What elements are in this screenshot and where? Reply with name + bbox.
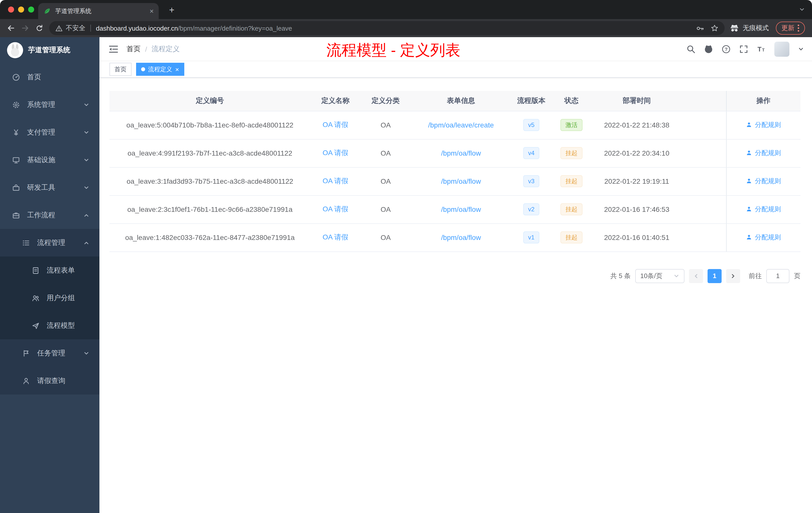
incognito-icon [730,23,739,33]
assign-rule-link[interactable]: 分配规则 [746,120,781,129]
sidebar: 芋道管理系统 首页系统管理支付管理基础设施研发工具工作流程流程管理流程表单用户分… [0,37,99,513]
tag-home[interactable]: 首页 [110,63,132,76]
status-tag: 挂起 [560,147,582,159]
sidebar-item-dev-tools[interactable]: 研发工具 [0,174,99,201]
tag-label: 流程定义 [148,65,172,73]
page-1-button[interactable]: 1 [707,269,722,283]
tab-strip: 芋道管理系统 × + [0,0,812,19]
col-deploy-time: 部署时间 [591,91,682,111]
update-button[interactable]: 更新 [776,22,805,35]
goto-page-input[interactable] [766,269,789,283]
github-icon[interactable] [704,44,713,54]
search-icon[interactable] [687,44,696,54]
form-link[interactable]: /bpm/oa/flow [441,149,481,157]
close-window-button[interactable] [8,6,14,12]
toolbox-icon [12,183,20,191]
avatar-caret-icon[interactable] [798,46,804,52]
new-tab-button[interactable]: + [166,4,178,16]
cell-definition-id: oa_leave:2:3c1f0ef1-76b1-11ec-9c66-a2380… [110,195,310,223]
definition-row: oa_leave:1:482ec033-762a-11ec-8477-a2380… [110,223,801,251]
sidebar-item-label: 请假查询 [37,376,65,385]
sidebar-item-process-form[interactable]: 流程表单 [0,256,99,284]
page-size-select[interactable]: 10条/页 [635,269,685,283]
sidebar-item-infrastructure[interactable]: 基础设施 [0,146,99,174]
definition-name-link[interactable]: OA 请假 [323,149,348,157]
incognito-badge[interactable]: 无痕模式 [730,23,769,33]
sidebar-item-system-mgmt[interactable]: 系统管理 [0,91,99,118]
back-icon[interactable] [4,21,18,35]
definition-name-link[interactable]: OA 请假 [323,120,348,128]
sidebar-item-home[interactable]: 首页 [0,63,99,91]
cell-deploy-time: 2022-01-22 19:19:11 [591,167,682,195]
prev-page-button[interactable] [689,269,703,283]
tab-search-icon[interactable] [799,6,805,12]
assign-rule-link[interactable]: 分配规则 [746,233,781,242]
sidebar-item-user-group[interactable]: 用户分组 [0,284,99,312]
password-key-icon[interactable] [696,24,704,32]
form-link[interactable]: /bpm/oa/flow [441,233,481,241]
next-page-button[interactable] [726,269,740,283]
hamburger-icon[interactable] [109,44,118,54]
active-tag-dot [141,67,145,71]
form-link[interactable]: /bpm/oa/leave/create [428,121,494,129]
sidebar-item-leave-query[interactable]: 请假查询 [0,367,99,395]
form-link[interactable]: /bpm/oa/flow [441,177,481,185]
incognito-label: 无痕模式 [743,24,769,33]
bookmark-star-icon[interactable] [710,24,719,32]
user-avatar[interactable] [774,41,789,57]
minimize-window-button[interactable] [18,6,24,12]
form-link[interactable]: /bpm/oa/flow [441,205,481,213]
breadcrumb-home[interactable]: 首页 [126,44,141,54]
page-unit-label: 页 [794,271,801,280]
assign-rule-label: 分配规则 [755,149,781,158]
sidebar-item-label: 用户分组 [47,293,75,302]
assign-rule-link[interactable]: 分配规则 [746,177,781,186]
sidebar-item-workflow[interactable]: 工作流程 [0,201,99,229]
monitor-icon [12,156,20,164]
cell-filler [682,111,726,139]
pagination: 共 5 条 10条/页 1 前往 [110,269,801,283]
definition-row: oa_leave:3:1fad3d93-7b75-11ec-a3c8-acde4… [110,167,801,195]
status-tag: 挂起 [560,175,582,187]
browser-tab[interactable]: 芋道管理系统 × [38,3,159,19]
svg-text:T: T [762,48,765,52]
cell-filler [682,167,726,195]
sidebar-item-label: 任务管理 [37,349,65,358]
tag-close-icon[interactable]: × [175,66,179,72]
definition-row: oa_leave:4:991f2193-7b7f-11ec-a3c8-acde4… [110,139,801,167]
sidebar-item-task-mgmt[interactable]: 任务管理 [0,339,99,367]
col-definition-name: 定义名称 [310,91,360,111]
sidebar-item-payment-mgmt[interactable]: 支付管理 [0,118,99,146]
definition-table-body: oa_leave:5:004b710b-7b8a-11ec-8ef0-acde4… [110,111,801,251]
chevron-up-icon [83,240,89,246]
assign-rule-link[interactable]: 分配规则 [746,205,781,214]
sidebar-item-label: 流程管理 [37,238,65,247]
definition-name-link[interactable]: OA 请假 [323,177,348,185]
font-size-icon[interactable]: TT [757,44,766,54]
sidebar-item-process-model[interactable]: 流程模型 [0,312,99,339]
breadcrumb-current: 流程定义 [152,44,180,54]
col-filler [682,91,726,111]
definition-name-link[interactable]: OA 请假 [323,205,348,213]
chevron-down-icon [673,273,679,279]
cell-filler [682,195,726,223]
fullscreen-icon[interactable] [739,44,748,54]
reload-icon[interactable] [32,21,46,35]
forward-icon[interactable] [18,21,32,35]
help-icon[interactable]: ? [722,44,731,54]
yen-icon [12,128,20,136]
update-label: 更新 [781,24,794,33]
person-icon [746,234,753,241]
chevron-up-icon [83,212,89,218]
address-bar[interactable]: 不安全 dashboard.yudao.iocoder.cn/bpm/manag… [49,21,725,35]
definition-name-link[interactable]: OA 请假 [323,233,348,241]
menu-dots-icon[interactable] [798,24,800,32]
sidebar-item-process-mgmt[interactable]: 流程管理 [0,229,99,256]
url-text: dashboard.yudao.iocoder.cn/bpm/manager/d… [96,24,690,32]
cell-category: OA [360,139,411,167]
tag-process-definition[interactable]: 流程定义 × [136,63,184,76]
zoom-window-button[interactable] [28,6,34,12]
assign-rule-link[interactable]: 分配规则 [746,149,781,158]
tab-close-icon[interactable]: × [150,7,154,14]
assign-rule-label: 分配规则 [755,205,781,214]
